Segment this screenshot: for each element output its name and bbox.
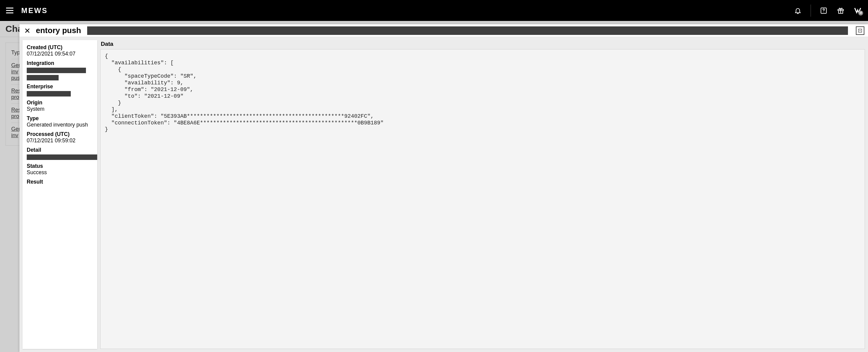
expand-icon[interactable]	[856, 26, 864, 35]
meta-card: Created (UTC) 07/12/2021 09:54:07 Integr…	[23, 40, 97, 349]
enterprise-label: Enterprise	[27, 83, 93, 90]
panel-title: entory push	[36, 26, 81, 35]
bell-icon[interactable]	[794, 6, 802, 15]
detail-panel: entory push Created (UTC) 07/12/2021 09:…	[20, 24, 868, 352]
close-icon[interactable]	[23, 26, 32, 35]
enterprise-redacted	[27, 91, 71, 97]
panel-title-redacted	[87, 26, 848, 35]
integration-redacted-2	[27, 75, 59, 80]
svg-point-2	[824, 12, 824, 12]
top-bar: MEWS M	[0, 0, 868, 21]
avatar-badge: M	[858, 11, 863, 15]
integration-label: Integration	[27, 60, 93, 66]
topbar-actions: M	[794, 5, 864, 17]
status-value: Success	[27, 169, 93, 176]
created-value: 07/12/2021 09:54:07	[27, 51, 93, 57]
result-label: Result	[27, 179, 93, 185]
app-logo[interactable]: MEWS	[21, 6, 70, 15]
detail-label: Detail	[27, 147, 93, 153]
origin-label: Origin	[27, 100, 93, 106]
processed-label: Processed (UTC)	[27, 131, 93, 137]
divider	[811, 5, 811, 17]
type-value: Generated inventory push	[27, 122, 93, 128]
svg-text:MEWS: MEWS	[21, 6, 48, 14]
processed-value: 07/12/2021 09:59:02	[27, 137, 93, 144]
detail-redacted	[27, 154, 97, 160]
created-label: Created (UTC)	[27, 44, 93, 51]
data-title: Data	[101, 41, 865, 47]
help-icon[interactable]	[819, 6, 828, 15]
type-label: Type	[27, 115, 93, 122]
integration-redacted	[27, 68, 86, 73]
panel-header: entory push	[20, 24, 868, 37]
data-payload[interactable]: { "availabilities": [ { "spaceTypeCode":…	[100, 49, 865, 349]
data-area: Data { "availabilities": [ { "spaceTypeC…	[100, 40, 865, 349]
menu-icon[interactable]	[4, 5, 16, 17]
user-avatar[interactable]: M	[854, 6, 862, 15]
status-label: Status	[27, 163, 93, 169]
gift-icon[interactable]	[836, 6, 845, 15]
origin-value: System	[27, 106, 93, 112]
